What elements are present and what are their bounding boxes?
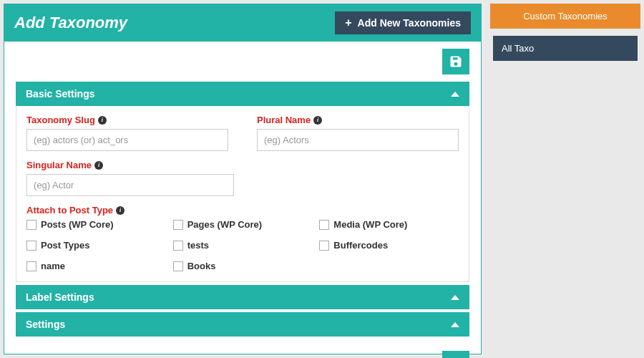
page-title: Add Taxonomy xyxy=(14,14,127,32)
checkbox[interactable] xyxy=(319,220,329,230)
label-settings-header[interactable]: Label Settings xyxy=(16,285,469,309)
chevron-up-icon xyxy=(451,92,459,97)
checkbox[interactable] xyxy=(26,261,36,271)
plural-name-input[interactable] xyxy=(257,129,459,151)
post-type-checkbox-item[interactable]: Posts (WP Core) xyxy=(26,219,166,230)
checkbox[interactable] xyxy=(26,241,36,251)
basic-settings-title: Basic Settings xyxy=(26,88,94,100)
checkbox[interactable] xyxy=(173,220,183,230)
info-icon[interactable]: i xyxy=(98,116,107,125)
post-type-checkbox-item[interactable]: tests xyxy=(173,240,313,251)
info-icon[interactable]: i xyxy=(313,116,322,125)
label-settings-title: Label Settings xyxy=(26,291,94,303)
sidebar: Custom Taxonomies All Taxo xyxy=(490,4,640,354)
sidebar-item-all-taxo[interactable]: All Taxo xyxy=(493,36,638,61)
info-icon[interactable]: i xyxy=(94,161,103,170)
singular-name-input[interactable] xyxy=(26,174,234,196)
post-type-checkbox-item[interactable]: Books xyxy=(173,261,313,271)
attach-post-type-label: Attach to Post Type i xyxy=(26,205,459,216)
add-new-taxonomies-button[interactable]: + Add New Taxonomies xyxy=(335,11,471,34)
post-type-checkbox-item[interactable]: Post Types xyxy=(26,240,166,251)
custom-taxonomies-button[interactable]: Custom Taxonomies xyxy=(490,4,640,29)
settings-title: Settings xyxy=(26,319,65,330)
add-new-label: Add New Taxonomies xyxy=(358,17,461,29)
taxonomy-slug-label: Taxonomy Slug i xyxy=(26,115,228,125)
checkbox[interactable] xyxy=(173,261,183,271)
save-button-top[interactable] xyxy=(442,49,469,74)
save-button-bottom[interactable] xyxy=(442,351,469,358)
checkbox[interactable] xyxy=(173,241,183,251)
chevron-up-icon xyxy=(451,295,459,300)
settings-header[interactable]: Settings xyxy=(16,312,469,337)
taxonomy-slug-input[interactable] xyxy=(26,129,228,151)
checkbox[interactable] xyxy=(319,241,329,251)
singular-name-label: Singular Name i xyxy=(26,160,234,170)
plus-icon: + xyxy=(345,17,351,29)
post-type-checkbox-item[interactable]: name xyxy=(26,261,166,271)
save-icon xyxy=(449,54,463,69)
checkbox[interactable] xyxy=(26,220,36,230)
basic-settings-body: Taxonomy Slug i Plural Name i xyxy=(16,106,469,282)
plural-name-label: Plural Name i xyxy=(257,115,459,125)
header-bar: Add Taxonomy + Add New Taxonomies xyxy=(4,4,481,42)
post-type-checkbox-item[interactable]: Buffercodes xyxy=(319,240,459,251)
main-panel: Add Taxonomy + Add New Taxonomies Basic … xyxy=(4,4,482,354)
basic-settings-header[interactable]: Basic Settings xyxy=(16,82,469,106)
chevron-up-icon xyxy=(451,322,459,327)
info-icon[interactable]: i xyxy=(116,206,125,215)
post-type-checkbox-item[interactable]: Pages (WP Core) xyxy=(173,219,313,230)
post-type-checkbox-item[interactable]: Media (WP Core) xyxy=(319,219,459,230)
